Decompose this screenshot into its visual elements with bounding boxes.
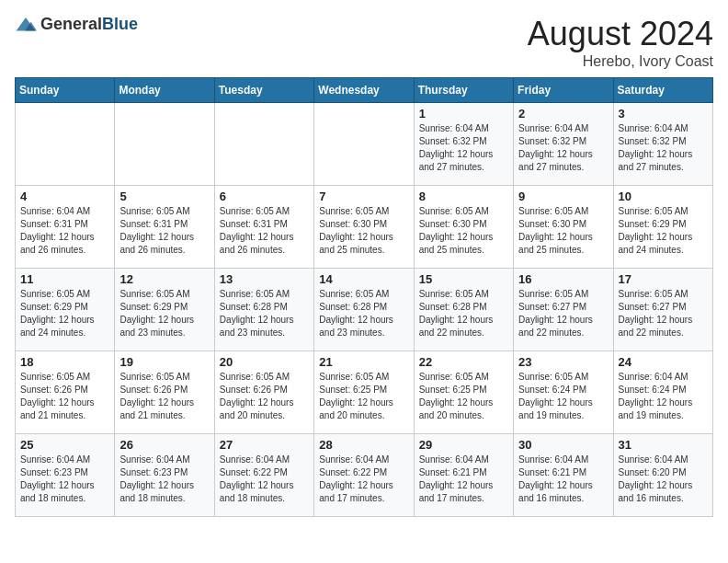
calendar-day-cell: 16Sunrise: 6:05 AMSunset: 6:27 PMDayligh… — [514, 269, 613, 351]
day-info: Sunrise: 6:05 AMSunset: 6:26 PMDaylight:… — [220, 371, 309, 422]
calendar-day-cell: 5Sunrise: 6:05 AMSunset: 6:31 PMDaylight… — [115, 186, 214, 269]
day-number: 1 — [419, 107, 508, 121]
calendar-day-cell: 6Sunrise: 6:05 AMSunset: 6:31 PMDaylight… — [214, 186, 313, 269]
calendar-day-cell: 23Sunrise: 6:05 AMSunset: 6:24 PMDayligh… — [514, 351, 613, 434]
day-info: Sunrise: 6:05 AMSunset: 6:27 PMDaylight:… — [619, 288, 708, 339]
day-number: 20 — [220, 355, 309, 369]
day-info: Sunrise: 6:04 AMSunset: 6:23 PMDaylight:… — [119, 454, 209, 505]
day-info: Sunrise: 6:04 AMSunset: 6:21 PMDaylight:… — [419, 454, 508, 505]
day-info: Sunrise: 6:05 AMSunset: 6:28 PMDaylight:… — [419, 288, 508, 339]
day-number: 22 — [419, 355, 508, 369]
day-info: Sunrise: 6:05 AMSunset: 6:26 PMDaylight:… — [119, 371, 209, 422]
calendar-day-cell: 24Sunrise: 6:04 AMSunset: 6:24 PMDayligh… — [613, 351, 712, 434]
day-info: Sunrise: 6:05 AMSunset: 6:24 PMDaylight:… — [518, 371, 608, 422]
logo-general: General — [40, 15, 102, 33]
calendar-day-cell: 1Sunrise: 6:04 AMSunset: 6:32 PMDaylight… — [414, 103, 513, 186]
calendar-day-cell: 18Sunrise: 6:05 AMSunset: 6:26 PMDayligh… — [16, 351, 115, 434]
calendar-day-cell: 28Sunrise: 6:04 AMSunset: 6:22 PMDayligh… — [314, 434, 414, 517]
calendar-day-cell — [214, 103, 313, 186]
day-number: 18 — [20, 355, 109, 369]
day-number: 11 — [20, 272, 109, 286]
day-info: Sunrise: 6:05 AMSunset: 6:25 PMDaylight:… — [419, 371, 508, 422]
calendar-day-cell: 7Sunrise: 6:05 AMSunset: 6:30 PMDaylight… — [314, 186, 414, 269]
day-info: Sunrise: 6:04 AMSunset: 6:23 PMDaylight:… — [20, 454, 109, 505]
col-tuesday: Tuesday — [214, 78, 313, 103]
day-info: Sunrise: 6:05 AMSunset: 6:27 PMDaylight:… — [518, 288, 608, 339]
calendar-table: Sunday Monday Tuesday Wednesday Thursday… — [15, 77, 713, 517]
day-info: Sunrise: 6:05 AMSunset: 6:30 PMDaylight:… — [319, 205, 408, 257]
day-info: Sunrise: 6:05 AMSunset: 6:28 PMDaylight:… — [319, 288, 408, 339]
calendar-week-row: 11Sunrise: 6:05 AMSunset: 6:29 PMDayligh… — [16, 269, 713, 351]
day-info: Sunrise: 6:05 AMSunset: 6:30 PMDaylight:… — [419, 205, 508, 257]
calendar-day-cell: 20Sunrise: 6:05 AMSunset: 6:26 PMDayligh… — [214, 351, 313, 434]
calendar-day-cell: 25Sunrise: 6:04 AMSunset: 6:23 PMDayligh… — [16, 434, 115, 517]
day-info: Sunrise: 6:05 AMSunset: 6:29 PMDaylight:… — [619, 205, 708, 257]
day-info: Sunrise: 6:05 AMSunset: 6:30 PMDaylight:… — [518, 205, 608, 257]
day-info: Sunrise: 6:04 AMSunset: 6:22 PMDaylight:… — [220, 454, 309, 505]
day-info: Sunrise: 6:04 AMSunset: 6:32 PMDaylight:… — [518, 122, 608, 174]
day-info: Sunrise: 6:04 AMSunset: 6:32 PMDaylight:… — [419, 122, 508, 174]
day-number: 26 — [119, 438, 209, 452]
calendar-day-cell: 11Sunrise: 6:05 AMSunset: 6:29 PMDayligh… — [16, 269, 115, 351]
day-info: Sunrise: 6:05 AMSunset: 6:31 PMDaylight:… — [119, 205, 209, 257]
calendar-day-cell: 30Sunrise: 6:04 AMSunset: 6:21 PMDayligh… — [514, 434, 613, 517]
col-saturday: Saturday — [613, 78, 712, 103]
col-thursday: Thursday — [414, 78, 513, 103]
day-number: 6 — [220, 190, 309, 203]
title-area: August 2024 Herebo, Ivory Coast — [528, 15, 713, 70]
day-number: 25 — [20, 438, 109, 452]
day-number: 28 — [319, 438, 408, 452]
day-number: 21 — [319, 355, 408, 369]
calendar-day-cell: 13Sunrise: 6:05 AMSunset: 6:28 PMDayligh… — [214, 269, 313, 351]
day-info: Sunrise: 6:04 AMSunset: 6:32 PMDaylight:… — [619, 122, 708, 174]
day-info: Sunrise: 6:05 AMSunset: 6:29 PMDaylight:… — [20, 288, 109, 339]
calendar-day-cell: 12Sunrise: 6:05 AMSunset: 6:29 PMDayligh… — [115, 269, 214, 351]
calendar-day-cell: 21Sunrise: 6:05 AMSunset: 6:25 PMDayligh… — [314, 351, 414, 434]
location-subtitle: Herebo, Ivory Coast — [528, 53, 713, 70]
day-info: Sunrise: 6:05 AMSunset: 6:26 PMDaylight:… — [20, 371, 109, 422]
day-number: 10 — [619, 190, 708, 203]
calendar-day-cell: 31Sunrise: 6:04 AMSunset: 6:20 PMDayligh… — [613, 434, 712, 517]
day-number: 29 — [419, 438, 508, 452]
day-number: 12 — [119, 272, 209, 286]
day-info: Sunrise: 6:04 AMSunset: 6:22 PMDaylight:… — [319, 454, 408, 505]
calendar-day-cell — [314, 103, 414, 186]
day-info: Sunrise: 6:05 AMSunset: 6:25 PMDaylight:… — [319, 371, 408, 422]
calendar-day-cell — [115, 103, 214, 186]
col-sunday: Sunday — [16, 78, 115, 103]
day-info: Sunrise: 6:05 AMSunset: 6:28 PMDaylight:… — [220, 288, 309, 339]
calendar-day-cell: 27Sunrise: 6:04 AMSunset: 6:22 PMDayligh… — [214, 434, 313, 517]
day-number: 3 — [619, 107, 708, 121]
calendar-day-cell: 14Sunrise: 6:05 AMSunset: 6:28 PMDayligh… — [314, 269, 414, 351]
day-number: 14 — [319, 272, 408, 286]
day-number: 13 — [220, 272, 309, 286]
day-info: Sunrise: 6:04 AMSunset: 6:31 PMDaylight:… — [20, 205, 109, 257]
day-number: 27 — [220, 438, 309, 452]
day-number: 8 — [419, 190, 508, 203]
col-wednesday: Wednesday — [314, 78, 414, 103]
day-number: 30 — [518, 438, 608, 452]
day-info: Sunrise: 6:05 AMSunset: 6:29 PMDaylight:… — [119, 288, 209, 339]
day-number: 4 — [20, 190, 109, 203]
calendar-week-row: 18Sunrise: 6:05 AMSunset: 6:26 PMDayligh… — [16, 351, 713, 434]
generalblue-logo-icon — [15, 16, 37, 34]
page-header: GeneralBlue August 2024 Herebo, Ivory Co… — [15, 15, 713, 70]
calendar-day-cell: 17Sunrise: 6:05 AMSunset: 6:27 PMDayligh… — [613, 269, 712, 351]
col-friday: Friday — [514, 78, 613, 103]
month-year-title: August 2024 — [528, 15, 713, 53]
day-number: 2 — [518, 107, 608, 121]
day-number: 23 — [518, 355, 608, 369]
logo-text: GeneralBlue — [40, 15, 138, 34]
calendar-day-cell: 3Sunrise: 6:04 AMSunset: 6:32 PMDaylight… — [613, 103, 712, 186]
day-number: 16 — [518, 272, 608, 286]
calendar-header-row: Sunday Monday Tuesday Wednesday Thursday… — [16, 78, 713, 103]
day-number: 31 — [619, 438, 708, 452]
calendar-day-cell: 29Sunrise: 6:04 AMSunset: 6:21 PMDayligh… — [414, 434, 513, 517]
day-number: 17 — [619, 272, 708, 286]
calendar-week-row: 4Sunrise: 6:04 AMSunset: 6:31 PMDaylight… — [16, 186, 713, 269]
calendar-day-cell: 10Sunrise: 6:05 AMSunset: 6:29 PMDayligh… — [613, 186, 712, 269]
day-number: 15 — [419, 272, 508, 286]
calendar-day-cell: 8Sunrise: 6:05 AMSunset: 6:30 PMDaylight… — [414, 186, 513, 269]
logo-blue: Blue — [102, 15, 138, 33]
calendar-day-cell: 26Sunrise: 6:04 AMSunset: 6:23 PMDayligh… — [115, 434, 214, 517]
